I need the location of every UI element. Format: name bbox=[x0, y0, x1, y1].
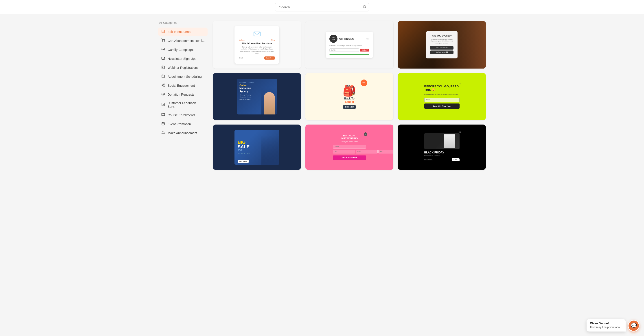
sidebar-label-announce: Make Announcement bbox=[168, 131, 197, 135]
sidebar-item-donation[interactable]: Donation Requests bbox=[158, 90, 208, 99]
bts-shop-button[interactable]: SHOP NOW bbox=[343, 105, 356, 109]
content-area: ✉️ Unlock Now 10% Off Your First Purchas… bbox=[213, 21, 486, 170]
card-age[interactable]: ARE YOU OVER 21? To access this website,… bbox=[398, 21, 486, 69]
age-no-button[interactable]: No I am under 21 bbox=[430, 51, 454, 54]
card-preview-sale: BIGSALE SALE DEC UP TO 50% GET NOW bbox=[213, 125, 301, 170]
submit-btn[interactable]: SUBMIT bbox=[360, 49, 369, 51]
bf-www-button[interactable]: www. bbox=[452, 158, 459, 161]
popup-form-row: Email Submit bbox=[239, 56, 275, 60]
sidebar-item-feedback[interactable]: Customer Feedback Surv... bbox=[158, 99, 208, 110]
card-bts[interactable]: 10% 🎒 Back ToSchool SHOP NOW Back To Sch… bbox=[306, 73, 393, 120]
card-preview-60off: 60%OFF OFF MISSING now Subscribe now and… bbox=[306, 21, 393, 69]
submit-button[interactable]: Submit bbox=[264, 56, 275, 60]
byg-email-input[interactable] bbox=[424, 98, 460, 102]
age-yes-button[interactable]: Yes I am over 21 bbox=[430, 46, 454, 50]
sidebar-label-donation: Donation Requests bbox=[168, 93, 194, 96]
bday-year-input[interactable] bbox=[378, 150, 394, 154]
bday-day-input[interactable] bbox=[333, 150, 355, 154]
card-10off[interactable]: ✉️ Unlock Now 10% Off Your First Purchas… bbox=[213, 21, 301, 69]
sidebar-item-gamify[interactable]: Gamify Campaigns bbox=[158, 45, 208, 54]
svg-line-18 bbox=[163, 85, 164, 86]
sidebar-item-cart[interactable]: Cart Abandonment Remi... bbox=[158, 36, 208, 45]
bf-image-area bbox=[424, 133, 460, 149]
bf-action-row: SHOP NOW www. bbox=[424, 158, 460, 161]
popup-top-row: 60%OFF OFF MISSING now bbox=[330, 35, 369, 43]
card-sale[interactable]: BIGSALE SALE DEC UP TO 50% GET NOW Big S… bbox=[213, 125, 301, 170]
event-icon bbox=[161, 122, 166, 126]
sidebar-label-gamify: Gamify Campaigns bbox=[168, 48, 194, 51]
discount-badge: 60%OFF bbox=[330, 35, 338, 43]
course-icon bbox=[161, 113, 166, 117]
chat-title: We're Online! bbox=[590, 322, 622, 325]
sidebar-item-exit-intent[interactable]: Exit-Intent Alerts bbox=[158, 27, 208, 36]
popup-60off: 60%OFF OFF MISSING now Subscribe now and… bbox=[326, 32, 373, 58]
sidebar-item-social[interactable]: Social Engagement bbox=[158, 81, 208, 90]
chat-subtitle: How may I help you toda... bbox=[590, 326, 622, 329]
card-byg[interactable]: ✕ BEFORE YOU GO, READ THIS 🫡 Would you l… bbox=[398, 73, 486, 120]
gamify-icon bbox=[161, 47, 166, 52]
sidebar-label-feedback: Customer Feedback Surv... bbox=[168, 101, 205, 108]
bts-main: 🎒 Back ToSchool SHOP NOW bbox=[343, 84, 356, 109]
person-image bbox=[262, 88, 277, 115]
off-heading: OFF MISSING bbox=[339, 38, 354, 40]
bday-name-input[interactable] bbox=[333, 145, 366, 149]
sidebar-title: All Categories bbox=[158, 21, 208, 24]
bday-close-button[interactable]: ✕ bbox=[364, 132, 367, 136]
card-preview-age: ARE YOU OVER 21? To access this website,… bbox=[398, 21, 486, 69]
chat-bubble: We're Online! How may I help you toda... bbox=[586, 319, 626, 332]
card-preview-bts: 10% 🎒 Back ToSchool SHOP NOW bbox=[306, 73, 393, 120]
sidebar-label-appointment: Appointment Scheduling bbox=[168, 75, 202, 78]
bf-title: BLACK FRIDAY bbox=[424, 151, 460, 154]
card-agency[interactable]: Ingrowle Company OnlineMarketingAgency •… bbox=[213, 73, 301, 120]
sidebar-item-event[interactable]: Event Promotion bbox=[158, 120, 208, 128]
sale-popup: BIGSALE SALE DEC UP TO 50% GET NOW bbox=[234, 130, 279, 165]
card-preview-agency: Ingrowle Company OnlineMarketingAgency •… bbox=[213, 73, 301, 120]
search-button[interactable] bbox=[363, 5, 366, 9]
svg-rect-10 bbox=[162, 67, 163, 68]
card-bf[interactable]: ✕ BLACK FRIDAY Fashion man collection SH… bbox=[398, 125, 486, 170]
sidebar-item-webinar[interactable]: Webinar Registrations bbox=[158, 63, 208, 72]
byg-close-button[interactable]: ✕ bbox=[459, 82, 461, 85]
card-60off[interactable]: 60%OFF OFF MISSING now Subscribe now and… bbox=[306, 21, 393, 69]
popup-subtext: Subscribe now and get 60% off your purch… bbox=[330, 45, 369, 47]
backpack-icon: 🎒 bbox=[343, 84, 356, 97]
bf-close-button[interactable]: ✕ bbox=[459, 131, 461, 134]
now-label: now bbox=[366, 38, 369, 40]
bday-month-input[interactable] bbox=[356, 150, 378, 154]
bday-discount-button[interactable]: GET A DISCOUNT bbox=[333, 156, 366, 160]
bf-product-image bbox=[444, 134, 455, 148]
cards-grid: ✉️ Unlock Now 10% Off Your First Purchas… bbox=[213, 21, 486, 170]
sidebar-item-announce[interactable]: Make Announcement bbox=[158, 129, 208, 137]
sidebar-item-newsletter[interactable]: Newsletter Sign-Ups bbox=[158, 54, 208, 63]
bday-sub: Enter your details below bbox=[333, 141, 366, 143]
bts-discount-badge: 10% bbox=[360, 80, 367, 86]
card-bday[interactable]: ✕ BIRTHDAYGIFT WAITING Enter your detail… bbox=[306, 125, 393, 170]
byg-save-button[interactable]: Save 20% Right Now bbox=[424, 104, 460, 109]
search-input[interactable] bbox=[275, 3, 369, 11]
sale-get-now[interactable]: GET NOW bbox=[238, 160, 248, 163]
card-preview-10off: ✉️ Unlock Now 10% Off Your First Purchas… bbox=[213, 21, 301, 69]
donation-icon bbox=[161, 92, 166, 97]
bf-popup: ✕ BLACK FRIDAY Fashion man collection SH… bbox=[421, 130, 463, 165]
bottom-bar bbox=[330, 54, 369, 55]
age-popup: ARE YOU OVER 21? To access this website,… bbox=[426, 31, 458, 58]
bday-popup: ✕ BIRTHDAYGIFT WAITING Enter your detail… bbox=[330, 131, 369, 163]
age-title: ARE YOU OVER 21? bbox=[430, 35, 454, 37]
envelope-icon: ✉️ bbox=[239, 30, 275, 38]
bts-heading: Back ToSchool bbox=[343, 97, 356, 104]
sidebar-item-course[interactable]: Course Enrollments bbox=[158, 111, 208, 119]
svg-rect-6 bbox=[162, 66, 164, 69]
popup-title: 10% Off Your First Purchase bbox=[239, 42, 275, 45]
sale-sub: SALE bbox=[238, 149, 250, 151]
byg-popup: ✕ BEFORE YOU GO, READ THIS 🫡 Would you l… bbox=[421, 81, 463, 112]
sidebar: All Categories Exit-Intent Alerts Cart A… bbox=[158, 21, 208, 170]
byg-title: BEFORE YOU GO, READ THIS 🫡 bbox=[424, 85, 460, 92]
chat-open-button[interactable]: 💬 bbox=[628, 320, 640, 332]
sidebar-item-appointment[interactable]: Appointment Scheduling bbox=[158, 72, 208, 81]
chat-widget: We're Online! How may I help you toda...… bbox=[586, 319, 640, 332]
bf-shop-link[interactable]: SHOP NOW bbox=[424, 159, 433, 161]
cart-icon bbox=[161, 38, 166, 43]
top-search-bar bbox=[0, 0, 644, 14]
sale-person bbox=[262, 136, 279, 165]
feedback-icon bbox=[161, 103, 166, 107]
